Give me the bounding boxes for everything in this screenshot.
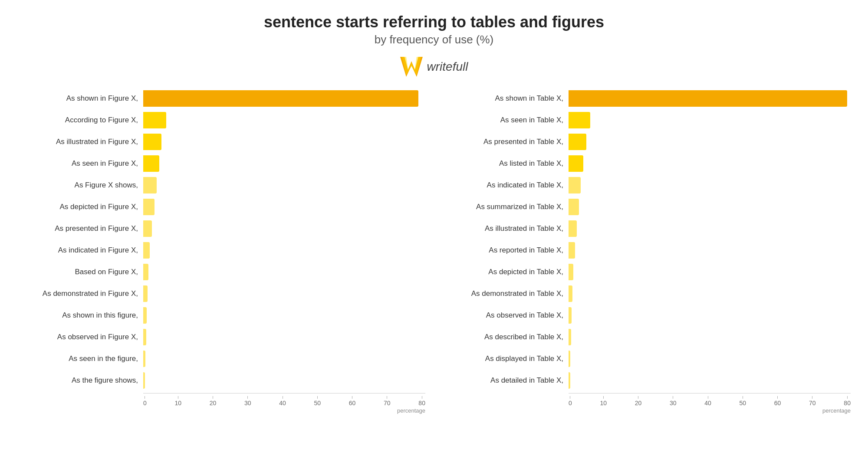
- x-axis-ticks: 01020304050607080: [143, 396, 425, 407]
- bar-row: As illustrated in Figure X,: [17, 132, 425, 151]
- bar-row: As shown in Table X,: [443, 89, 851, 108]
- x-tick: 20: [635, 396, 642, 407]
- bar-fill: [143, 199, 155, 215]
- bar-row: As the figure shows,: [17, 371, 425, 390]
- bar-label: As shown in Figure X,: [17, 94, 143, 103]
- bar-fill: [143, 177, 157, 193]
- bar-row: As presented in Table X,: [443, 132, 851, 151]
- x-tick-label: 50: [314, 400, 321, 407]
- x-tick: 0: [143, 396, 147, 407]
- page-header: sentence starts referring to tables and …: [264, 13, 604, 46]
- x-tick: 40: [279, 396, 286, 407]
- x-tick-label: 70: [809, 400, 816, 407]
- figures-axis-line: [143, 393, 425, 393]
- bar-row: As described in Table X,: [443, 328, 851, 347]
- bar-label: Based on Figure X,: [17, 267, 143, 277]
- bar-track: [569, 220, 851, 237]
- x-tick-label: 60: [774, 400, 781, 407]
- x-tick-label: 30: [670, 400, 677, 407]
- bar-fill: [569, 220, 577, 237]
- charts-container: As shown in Figure X,According to Figure…: [9, 89, 859, 414]
- bar-label: As reported in Table X,: [443, 246, 569, 255]
- bar-row: As illustrated in Table X,: [443, 219, 851, 238]
- x-tick-label: 0: [569, 400, 572, 407]
- bar-track: [143, 90, 425, 107]
- bar-track: [569, 177, 851, 193]
- bar-track: [569, 134, 851, 150]
- bar-row: Based on Figure X,: [17, 262, 425, 282]
- bar-fill: [143, 351, 145, 367]
- bar-label: As depicted in Table X,: [443, 267, 569, 277]
- main-title: sentence starts referring to tables and …: [264, 13, 604, 31]
- bar-row: As demonstrated in Table X,: [443, 284, 851, 303]
- x-tick-line: [812, 396, 812, 399]
- x-tick-label: 20: [210, 400, 217, 407]
- bar-row: As seen in the figure,: [17, 349, 425, 368]
- bar-label: As illustrated in Figure X,: [17, 137, 143, 147]
- figures-x-axis: 01020304050607080: [143, 396, 425, 407]
- x-tick: 0: [569, 396, 572, 407]
- x-tick-label: 40: [704, 400, 711, 407]
- bar-label: As shown in Table X,: [443, 94, 569, 103]
- bar-label: As displayed in Table X,: [443, 354, 569, 364]
- bar-row: As demonstrated in Figure X,: [17, 284, 425, 303]
- x-tick: 10: [174, 396, 181, 407]
- bar-fill: [569, 329, 571, 345]
- bar-label: As presented in Table X,: [443, 137, 569, 147]
- bar-fill: [569, 351, 570, 367]
- bar-fill: [569, 372, 570, 389]
- bar-track: [569, 199, 851, 215]
- x-tick-line: [777, 396, 778, 399]
- bar-fill: [143, 134, 161, 150]
- x-tick-line: [638, 396, 638, 399]
- bar-label: As observed in Table X,: [443, 311, 569, 320]
- bar-track: [143, 372, 425, 389]
- bar-row: As listed in Table X,: [443, 154, 851, 173]
- bar-fill: [569, 285, 572, 302]
- x-tick-label: 80: [844, 400, 851, 407]
- bar-fill: [143, 329, 146, 345]
- x-tick: 40: [704, 396, 711, 407]
- bar-fill: [143, 285, 148, 302]
- bar-track: [143, 112, 425, 128]
- bar-fill: [143, 264, 148, 280]
- x-tick-label: 30: [244, 400, 251, 407]
- bar-row: As detailed in Table X,: [443, 371, 851, 390]
- logo-text: writefull: [427, 60, 468, 74]
- bar-label: As demonstrated in Figure X,: [17, 289, 143, 298]
- bar-track: [569, 351, 851, 367]
- bar-label: As the figure shows,: [17, 376, 143, 385]
- bar-label: According to Figure X,: [17, 115, 143, 125]
- bar-track: [143, 155, 425, 172]
- bar-row: As seen in Figure X,: [17, 154, 425, 173]
- x-tick-line: [317, 396, 318, 399]
- bar-label: As seen in Figure X,: [17, 159, 143, 168]
- x-tick-line: [847, 396, 848, 399]
- bar-track: [569, 307, 851, 324]
- sub-title: by frequency of use (%): [264, 33, 604, 46]
- bar-fill: [143, 155, 159, 172]
- bar-track: [569, 372, 851, 389]
- bar-fill: [143, 372, 145, 389]
- bar-label: As presented in Figure X,: [17, 224, 143, 233]
- x-tick-label: 10: [600, 400, 607, 407]
- bar-row: As Figure X shows,: [17, 176, 425, 195]
- tables-x-label: percentage: [443, 407, 851, 414]
- bar-row: As reported in Table X,: [443, 241, 851, 260]
- bar-track: [143, 134, 425, 150]
- bar-fill: [569, 242, 575, 259]
- bar-track: [569, 155, 851, 172]
- bar-row: As presented in Figure X,: [17, 219, 425, 238]
- bar-track: [569, 242, 851, 259]
- bar-label: As illustrated in Table X,: [443, 224, 569, 233]
- figures-bars: As shown in Figure X,According to Figure…: [17, 89, 425, 393]
- x-tick-line: [283, 396, 283, 399]
- x-tick: 30: [244, 396, 251, 407]
- x-tick-line: [387, 396, 387, 399]
- bar-fill: [569, 112, 590, 128]
- x-tick-label: 40: [279, 400, 286, 407]
- x-tick-line: [603, 396, 604, 399]
- bar-track: [569, 112, 851, 128]
- bar-row: As observed in Table X,: [443, 306, 851, 325]
- figures-x-label: percentage: [17, 407, 425, 414]
